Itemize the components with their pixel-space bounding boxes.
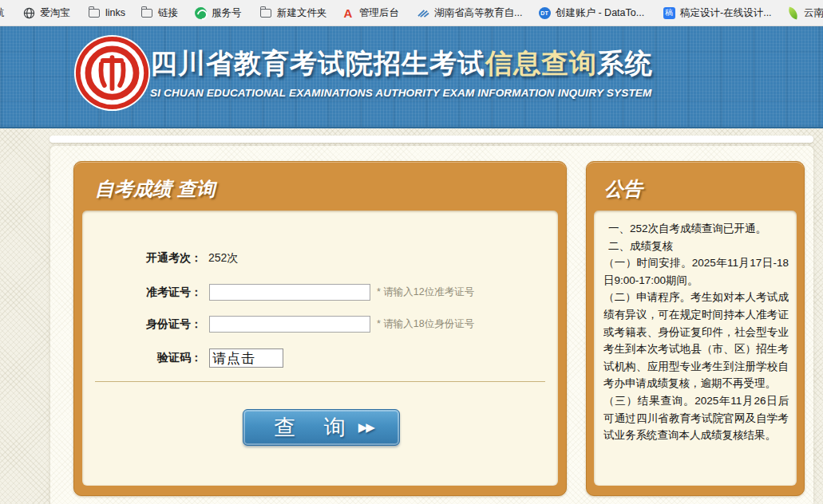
- notice-line: 一、252次自考成绩查询已开通。: [603, 220, 789, 238]
- bookmark-label: 云南省: [804, 6, 823, 20]
- bookmark-item-links[interactable]: links: [88, 0, 125, 26]
- site-banner: 四川省教育考试院招生考试信息查询系统 SI CHUAN EDUCATIONAL …: [0, 26, 823, 128]
- id-row: 身份证号： * 请输入18位身份证号: [146, 316, 474, 333]
- bookmarks-bar: 航 爱淘宝 links 链接 服务号 新建文件夹 A 管理后台 湖南省高等教育自…: [0, 0, 823, 26]
- folder-icon: [259, 6, 272, 19]
- notice-line: （一）时间安排。2025年11月17日-18日9:00-17:00期间。: [603, 254, 789, 289]
- bookmark-item-datato[interactable]: DT 创建账户 - DataTo...: [538, 0, 644, 26]
- bookmark-item-fuwuhao[interactable]: 服务号: [194, 0, 242, 26]
- notice-content-box: 一、252次自考成绩查询已开通。 二、成绩复核 （一）时间安排。2025年11月…: [594, 211, 797, 486]
- folder-icon: [140, 6, 153, 19]
- gaoding-icon: 稿: [663, 6, 675, 19]
- bookmark-item-lianjie[interactable]: 链接: [140, 0, 178, 26]
- session-value: 252次: [208, 251, 238, 266]
- query-form: 开通考次： 252次 准考证号： * 请输入12位准考证号 身份证号： * 请输…: [82, 211, 558, 486]
- bookmark-label: 新建文件夹: [277, 6, 327, 20]
- bookmark-label: 管理后台: [359, 6, 399, 20]
- ticket-hint: * 请输入12位准考证号: [377, 285, 474, 299]
- leaf-icon: [786, 6, 799, 19]
- captcha-box[interactable]: 请点击: [209, 348, 283, 368]
- site-subtitle: SI CHUAN EDUCATIONAL EXAMINATIONS AUTHOR…: [150, 87, 653, 99]
- form-divider: [95, 381, 545, 382]
- session-label: 开通考次：: [146, 251, 202, 266]
- bookmark-item-yunnan[interactable]: 云南省: [786, 0, 823, 26]
- main-content-container: 自考成绩 查询 开通考次： 252次 准考证号： * 请输入12位准考证号 身份…: [50, 146, 813, 504]
- notice-panel: 公告 一、252次自考成绩查询已开通。 二、成绩复核 （一）时间安排。2025年…: [586, 161, 805, 496]
- folder-icon: [88, 6, 101, 19]
- bookmark-label: links: [105, 7, 125, 18]
- bookmark-label: 链接: [158, 6, 178, 20]
- datato-icon: DT: [538, 6, 551, 19]
- bookmark-item-clipped[interactable]: 航: [0, 0, 5, 26]
- site-title-accent: 信息查询: [485, 48, 597, 78]
- globe-icon: [22, 6, 35, 19]
- bookmark-label: 服务号: [212, 6, 242, 20]
- site-title: 四川省教育考试院招生考试信息查询系统: [150, 45, 653, 82]
- bookmark-label: 稿定设计-在线设计...: [680, 6, 772, 20]
- bookmark-item-newfolder[interactable]: 新建文件夹: [259, 0, 327, 26]
- captcha-row: 验证码： 请点击: [157, 348, 283, 368]
- bookmark-item-admin[interactable]: A 管理后台: [342, 0, 399, 26]
- decorative-top-strip: [49, 136, 813, 143]
- notice-panel-title: 公告: [604, 176, 643, 202]
- query-submit-button[interactable]: 查 询 ▶▶: [243, 409, 400, 446]
- id-label: 身份证号：: [146, 317, 202, 332]
- bookmark-label: 创建账户 - DataTo...: [556, 6, 644, 20]
- red-a-icon: A: [342, 6, 354, 19]
- notice-body: 一、252次自考成绩查询已开通。 二、成绩复核 （一）时间安排。2025年11月…: [603, 220, 789, 444]
- hunan-logo-icon: [417, 6, 429, 19]
- ticket-number-input[interactable]: [209, 284, 370, 301]
- id-number-input[interactable]: [209, 316, 370, 333]
- query-panel: 自考成绩 查询 开通考次： 252次 准考证号： * 请输入12位准考证号 身份…: [73, 161, 567, 496]
- bookmark-item-hunan[interactable]: 湖南省高等教育自...: [417, 0, 522, 26]
- ticket-label: 准考证号：: [146, 285, 202, 300]
- bookmark-item-aitaobao[interactable]: 爱淘宝: [22, 0, 70, 26]
- captcha-label: 验证码：: [157, 351, 202, 365]
- bookmark-label: 湖南省高等教育自...: [434, 6, 522, 20]
- wechat-service-icon: [194, 6, 207, 19]
- bookmark-item-gaoding[interactable]: 稿 稿定设计-在线设计...: [663, 0, 772, 26]
- id-hint: * 请输入18位身份证号: [377, 317, 474, 331]
- authority-seal-logo: [73, 34, 151, 112]
- notice-line: 二、成绩复核: [603, 238, 789, 255]
- notice-line: （二）申请程序。考生如对本人考试成绩有异议，可在规定时间持本人准考证或考籍表、身…: [603, 289, 789, 392]
- query-panel-title: 自考成绩 查询: [95, 176, 216, 202]
- ticket-row: 准考证号： * 请输入12位准考证号: [146, 284, 474, 301]
- query-button-label: 查 询: [269, 413, 357, 442]
- session-row: 开通考次： 252次: [146, 251, 238, 266]
- bookmark-label: 航: [0, 6, 5, 20]
- double-arrow-icon: ▶▶: [358, 420, 374, 435]
- bookmark-label: 爱淘宝: [40, 6, 70, 20]
- notice-line: （三）结果查询。2025年11月26日后可通过四川省教育考试院官网及自学考试业务…: [603, 392, 789, 444]
